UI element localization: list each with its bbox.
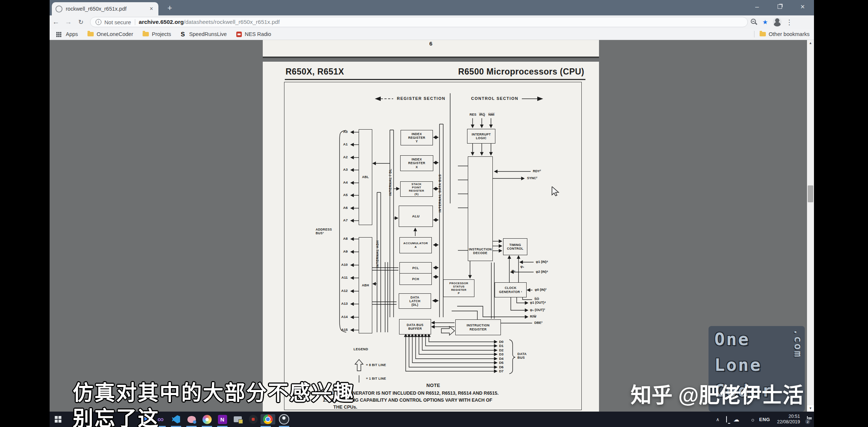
previous-page-bottom: 6 [263,40,599,58]
obs-icon[interactable] [279,414,289,424]
captured-screen: rockwell_r650x_r651x.pdf Not secure arch… [50,0,814,427]
so-signal-label: S̅O̅ [534,297,539,301]
address-pin-label: A0 [331,130,348,134]
windows-taskbar: ENG 20:51 22/08/2019 2 [50,412,814,427]
taskbar-date: 22/08/2019 [777,419,800,425]
legend-1bit-label: = 1 BIT LINE [366,377,386,380]
internal-adl-bus-label: INTERNAL / DL [388,169,392,196]
flux-icon[interactable] [248,414,258,424]
bookmark-apps[interactable]: Apps [63,31,78,37]
zhihu-watermark: 知乎 @肥佬伊士活 [631,378,803,408]
zoom-icon[interactable] [748,18,759,26]
note-line: 2. ADDRESSING CAPABILITY AND CONTROL OPT… [323,397,544,404]
phi2-out-signal-label: φ₂ (OUT)³ [530,308,545,312]
phi0-in-signal-label: φ0 (IN)³ [535,288,546,292]
chrome-active-taskbar-icon[interactable] [261,414,275,424]
scroll-up-button[interactable] [807,40,814,46]
speedrunslive-icon [181,31,186,37]
abh-box: ABH [359,237,372,333]
block-diagram: REGISTER SECTION CONTROL SECTION RES I̅R… [284,82,582,410]
security-label: Not secure [104,19,131,25]
clock-generator-box: CLOCK GENERATOR ¹ [495,282,527,297]
browser-menu-icon[interactable] [783,18,796,26]
scrollbar-thumb[interactable] [808,185,813,202]
profile-avatar[interactable] [773,18,782,26]
address-pin-label: A9 [331,249,348,253]
bookmark-other[interactable]: Other bookmarks [754,31,810,37]
bookmark-projects[interactable]: Projects [143,31,171,37]
legend-title: LEGEND [354,347,368,351]
address-pin-label: A1 [331,142,348,146]
address-pin-label: A15 [331,328,348,332]
data-pin-label: D6 [499,365,511,369]
timing-control-box: TIMING CONTROL [503,238,527,255]
notification-badge: 2 [805,419,810,424]
vertical-scrollbar[interactable] [807,40,814,412]
site-info-icon[interactable] [96,19,101,25]
pdf-favicon-icon [55,6,62,12]
window-restore-button[interactable] [768,0,791,13]
note-line: 1. CLOCK GENERATOR IS NOT INCLUDED ON R6… [323,390,544,397]
data-bus-label: DATA BUS [517,352,527,359]
data-bus-buffer-box: DATA BUS BUFFER [399,319,431,334]
subtitle-line-1: 仿真对其中的大部分不感兴趣 [73,376,355,406]
note-text: 1. CLOCK GENERATOR IS NOT INCLUDED ON R6… [323,390,544,412]
control-section-label: CONTROL SECTION [471,96,519,101]
taskbar-clock[interactable]: 20:51 22/08/2019 [777,414,800,425]
address-bus-label: ADDRESS BUS² [316,228,332,235]
internal-data-bus-label: INTERNAL DATA BUS [438,174,442,213]
phi2-in-signal-label: φ2 (IN)⁴ [536,270,548,274]
tray-chevron-icon[interactable] [716,416,720,422]
irq-pin-label: I̅R̅Q̅ [477,113,487,116]
forward-button[interactable] [62,18,75,26]
scroll-down-button[interactable] [807,405,814,412]
data-pin-label: D2 [499,348,511,352]
bookmark-onelonecoder[interactable]: OneLoneCoder [87,31,133,37]
device-manager-icon[interactable] [233,414,243,424]
pdf-page: R650X, R651X R6500 Microprocessors (CPU) [263,62,599,412]
window-close-button[interactable] [791,0,814,13]
address-pin-label: A8 [331,236,348,240]
system-tray: ENG 20:51 22/08/2019 2 [713,412,811,427]
vscode-icon[interactable] [171,414,181,424]
onenote-icon[interactable] [217,414,227,424]
instruction-decode-box: INSTRUCTION DECODE [468,156,493,261]
bookmark-speedrunslive[interactable]: SpeedRunsLive [181,31,227,37]
start-button[interactable] [55,416,58,419]
back-button[interactable] [50,18,62,26]
brain-app-icon[interactable] [186,414,197,424]
pdf-viewer-content: 6 R650X, R651X R6500 Microprocessors (CP… [50,40,814,412]
taskbar-time: 20:51 [777,414,800,419]
phi1-label: φ₁ [520,265,524,268]
header-rule [285,79,585,80]
data-pin-label: D7 [499,369,511,373]
folder-icon [87,32,94,36]
tab-close-icon[interactable] [148,6,155,12]
onedrive-cloud-icon[interactable] [734,416,739,423]
paint-palette-icon[interactable] [202,414,212,424]
folder-icon [143,32,149,36]
legend-8bit-label: = 8 BIT LINE [366,363,386,367]
bookmark-nes-radio[interactable]: NES Radio [236,31,271,37]
processor-status-register-box: PROCESSOR STATUS REGISTER P [443,279,474,297]
abl-box: ABL [359,129,372,225]
display-tray-icon[interactable] [726,416,727,423]
language-indicator[interactable]: ENG [759,417,770,422]
note-title: NOTE [323,383,544,388]
phi1-out-signal-label: φ1 (OUT)⁴ [530,301,546,304]
address-bar[interactable]: Not secure archive.6502.org /datasheets/… [90,17,748,27]
internal-adh-bus-label: INTERNAL ADH [376,240,379,268]
window-minimize-button[interactable] [746,0,768,13]
reload-button[interactable] [75,18,87,26]
note-line: 3. R6502, R6503, R6504, R6505, R6506 AND… [323,411,544,412]
sync-signal-label: SYNC² [527,176,537,180]
bookmark-star-icon[interactable] [759,18,771,26]
interrupt-logic-box: INTERRUPT LOGIC [467,129,495,144]
new-tab-button[interactable] [164,3,175,14]
logo-com-suffix: .com [792,329,804,358]
dbe-signal-label: DBE³ [534,321,542,325]
data-pin-label: D3 [499,352,511,356]
browser-tab[interactable]: rockwell_r650x_r651x.pdf [52,2,158,15]
apps-grid-icon[interactable] [56,32,58,33]
doc-header-right: R6500 Microprocessors (CPU) [458,67,584,77]
